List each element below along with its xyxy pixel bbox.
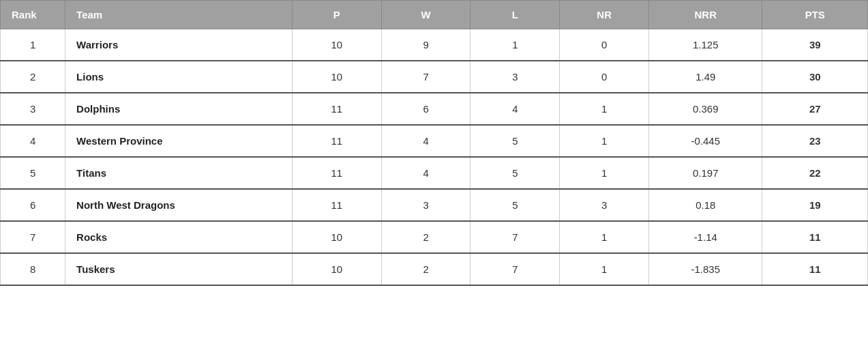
cell-team: Warriors	[65, 29, 293, 61]
cell-nr: 3	[560, 189, 649, 221]
table-row: 5Titans114510.19722	[1, 157, 868, 189]
table-body: 1Warriors109101.125392Lions107301.49303D…	[1, 29, 868, 286]
cell-nrr: -0.445	[649, 125, 762, 157]
cell-nr: 1	[560, 157, 649, 189]
cell-team: Rocks	[65, 221, 293, 253]
cell-w: 4	[381, 125, 470, 157]
cell-w: 4	[381, 157, 470, 189]
table-row: 3Dolphins116410.36927	[1, 93, 868, 125]
cell-team: Western Province	[65, 125, 293, 157]
cell-w: 6	[381, 93, 470, 125]
cell-p: 10	[292, 29, 381, 61]
cell-nr: 1	[560, 93, 649, 125]
header-nr: NR	[560, 1, 649, 29]
cell-l: 7	[470, 221, 560, 253]
cell-pts: 27	[762, 93, 868, 125]
cell-pts: 23	[762, 125, 868, 157]
cell-w: 3	[381, 189, 470, 221]
header-team: Team	[65, 1, 293, 29]
cell-p: 11	[292, 125, 381, 157]
cell-l: 5	[470, 125, 560, 157]
header-nrr: NRR	[649, 1, 762, 29]
cell-team: Dolphins	[65, 93, 293, 125]
header-p: P	[292, 1, 381, 29]
cell-rank: 3	[1, 93, 65, 125]
cell-nrr: 0.369	[649, 93, 762, 125]
standings-table-container: Rank Team P W L NR NRR PTS 1Warriors1091…	[0, 0, 868, 363]
table-row: 2Lions107301.4930	[1, 61, 868, 93]
cell-p: 11	[292, 93, 381, 125]
cell-team: Titans	[65, 157, 293, 189]
header-rank: Rank	[1, 1, 65, 29]
cell-p: 10	[292, 221, 381, 253]
cell-l: 1	[470, 29, 560, 61]
cell-nrr: 1.125	[649, 29, 762, 61]
cell-rank: 1	[1, 29, 65, 61]
header-l: L	[470, 1, 560, 29]
header-w: W	[381, 1, 470, 29]
table-header-row: Rank Team P W L NR NRR PTS	[1, 1, 868, 29]
cell-pts: 39	[762, 29, 868, 61]
cell-team: North West Dragons	[65, 189, 293, 221]
cell-pts: 19	[762, 189, 868, 221]
table-row: 6North West Dragons113530.1819	[1, 189, 868, 221]
cell-nr: 1	[560, 253, 649, 285]
cell-pts: 11	[762, 221, 868, 253]
cell-nr: 0	[560, 61, 649, 93]
cell-pts: 22	[762, 157, 868, 189]
cell-nrr: -1.835	[649, 253, 762, 285]
cell-nr: 1	[560, 221, 649, 253]
cell-nr: 0	[560, 29, 649, 61]
cell-l: 5	[470, 157, 560, 189]
cell-rank: 5	[1, 157, 65, 189]
table-row: 7Rocks10271-1.1411	[1, 221, 868, 253]
table-row: 8Tuskers10271-1.83511	[1, 253, 868, 285]
cell-rank: 2	[1, 61, 65, 93]
table-row: 4Western Province11451-0.44523	[1, 125, 868, 157]
cell-team: Tuskers	[65, 253, 293, 285]
cell-rank: 4	[1, 125, 65, 157]
cell-nrr: 0.197	[649, 157, 762, 189]
cell-l: 7	[470, 253, 560, 285]
cell-w: 2	[381, 253, 470, 285]
cell-pts: 11	[762, 253, 868, 285]
cell-nr: 1	[560, 125, 649, 157]
cell-p: 10	[292, 61, 381, 93]
cell-nrr: 1.49	[649, 61, 762, 93]
cell-l: 4	[470, 93, 560, 125]
cell-rank: 6	[1, 189, 65, 221]
cell-p: 10	[292, 253, 381, 285]
cell-nrr: -1.14	[649, 221, 762, 253]
cell-w: 7	[381, 61, 470, 93]
header-pts: PTS	[762, 1, 868, 29]
cell-l: 5	[470, 189, 560, 221]
cell-l: 3	[470, 61, 560, 93]
standings-table: Rank Team P W L NR NRR PTS 1Warriors1091…	[0, 0, 868, 286]
table-row: 1Warriors109101.12539	[1, 29, 868, 61]
cell-p: 11	[292, 189, 381, 221]
cell-rank: 8	[1, 253, 65, 285]
cell-p: 11	[292, 157, 381, 189]
cell-rank: 7	[1, 221, 65, 253]
cell-team: Lions	[65, 61, 293, 93]
cell-nrr: 0.18	[649, 189, 762, 221]
cell-pts: 30	[762, 61, 868, 93]
cell-w: 2	[381, 221, 470, 253]
cell-w: 9	[381, 29, 470, 61]
